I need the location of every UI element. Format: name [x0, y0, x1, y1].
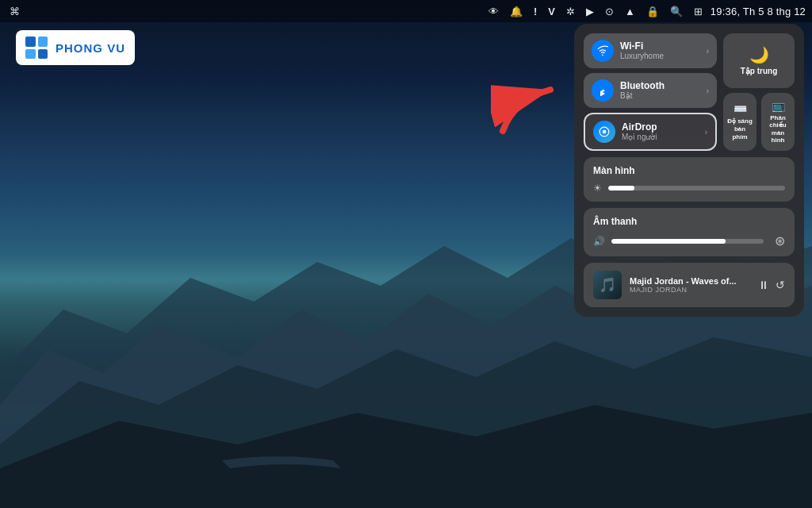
control-center-panel: Wi-Fi Luxuryhome › Bluetooth Bật ›: [574, 24, 804, 317]
wifi-title: Wi-Fi: [620, 40, 664, 52]
music-info: Majid Jordan - Waves of... MAJID JORDAN: [630, 276, 750, 294]
connectivity-section: Wi-Fi Luxuryhome › Bluetooth Bật ›: [584, 33, 795, 151]
pause-button[interactable]: ⏸: [758, 279, 769, 291]
volume-section: Âm thanh 🔊 ⊛: [584, 208, 795, 256]
bluetooth-tile-text: Bluetooth Bật: [620, 80, 665, 101]
wifi-tile-icon: [592, 40, 614, 62]
wifi-subtitle: Luxuryhome: [620, 52, 664, 61]
airplay-icon[interactable]: ⊛: [775, 233, 785, 248]
logo-cell-2: [38, 37, 48, 47]
bluetooth-tile-icon: [592, 79, 614, 102]
camera-icon[interactable]: ⊙: [602, 4, 617, 19]
menubar: ⌘ 👁 🔔 ! V ✲ ▶ ⊙ ▲ 🔒 🔍 ⊞ 19:36, Th 5 8 th…: [0, 0, 812, 22]
phan-chieu-tile[interactable]: 📺 Phân chiếu màn hình: [761, 93, 795, 151]
music-controls: ⏸ ↺: [758, 279, 785, 291]
moon-icon: 🌙: [749, 45, 769, 64]
phong-vu-logo: PHONG VU: [16, 30, 135, 65]
airdrop-title: AirDrop: [622, 121, 657, 133]
wifi-chevron: ›: [707, 47, 709, 56]
music-title: Majid Jordan - Waves of...: [630, 276, 750, 286]
logo-cell-1: [25, 37, 36, 47]
do-sang-tile[interactable]: ⌨️ Độ sáng bàn phím: [723, 93, 756, 151]
volume-fill: [611, 239, 726, 244]
right-tiles: 🌙 Tập trung ⌨️ Độ sáng bàn phím 📺 Phân c…: [723, 33, 795, 151]
now-playing-section: 🎵 Majid Jordan - Waves of... MAJID JORDA…: [584, 263, 795, 307]
menubar-right: 👁 🔔 ! V ✲ ▶ ⊙ ▲ 🔒 🔍 ⊞ 19:36, Th 5 8 thg …: [485, 4, 806, 19]
lock-icon[interactable]: 🔒: [643, 4, 662, 19]
logo-text: PHONG VU: [56, 41, 125, 55]
brightness-fill: [608, 186, 634, 190]
apple-menu[interactable]: ⌘: [6, 4, 23, 19]
v-icon[interactable]: V: [545, 4, 558, 19]
keyboard-icon: ⌨️: [733, 102, 747, 115]
exclamation-icon[interactable]: !: [530, 4, 540, 19]
music-icon[interactable]: ▶: [583, 4, 597, 19]
refresh-button[interactable]: ↺: [776, 279, 785, 291]
bluetooth-icon[interactable]: ✲: [563, 4, 578, 19]
brightness-slider-row: ☀: [593, 183, 785, 194]
svg-point-2: [602, 54, 603, 56]
volume-slider-row: 🔊 ⊛: [593, 233, 785, 248]
tap-trung-tile[interactable]: 🌙 Tập trung: [723, 33, 795, 88]
eye-icon[interactable]: 👁: [485, 4, 502, 19]
bluetooth-title: Bluetooth: [620, 80, 665, 91]
brightness-track[interactable]: [608, 186, 785, 190]
album-art: 🎵: [593, 271, 622, 299]
volume-track[interactable]: [611, 239, 764, 244]
airdrop-tile-icon: [593, 121, 615, 143]
bluetooth-subtitle: Bật: [620, 91, 665, 101]
do-sang-label: Độ sáng bàn phím: [726, 117, 753, 140]
search-icon[interactable]: 🔍: [667, 4, 686, 19]
airdrop-tile-text: AirDrop Mọi người: [622, 121, 657, 142]
notification-icon[interactable]: 🔔: [507, 4, 526, 19]
bottom-right-tiles: ⌨️ Độ sáng bàn phím 📺 Phân chiếu màn hìn…: [723, 93, 795, 151]
brightness-section: Màn hình ☀: [584, 157, 795, 202]
wifi-tile[interactable]: Wi-Fi Luxuryhome ›: [584, 33, 717, 68]
control-center-icon[interactable]: ⊞: [691, 4, 706, 19]
music-artist: MAJID JORDAN: [630, 286, 750, 294]
phan-chieu-label: Phân chiếu màn hình: [764, 114, 791, 144]
logo-cell-3: [25, 49, 36, 60]
menubar-left: ⌘: [6, 4, 23, 19]
bluetooth-tile[interactable]: Bluetooth Bật ›: [584, 73, 717, 108]
svg-point-3: [603, 130, 607, 134]
wifi-tile-text: Wi-Fi Luxuryhome: [620, 40, 664, 61]
wifi-menubar-icon[interactable]: ▲: [622, 4, 638, 19]
tap-trung-label: Tập trung: [741, 67, 778, 76]
network-tiles: Wi-Fi Luxuryhome › Bluetooth Bật ›: [584, 33, 717, 151]
airdrop-tile[interactable]: AirDrop Mọi người ›: [584, 113, 717, 151]
brightness-low-icon: ☀: [593, 183, 602, 194]
volume-label: Âm thanh: [593, 216, 785, 227]
brightness-label: Màn hình: [593, 165, 785, 176]
airdrop-chevron: ›: [705, 128, 707, 137]
logo-grid: [25, 37, 48, 59]
volume-icon: 🔊: [593, 236, 605, 247]
bluetooth-chevron: ›: [707, 87, 709, 95]
mirror-icon: 📺: [772, 99, 785, 112]
menubar-time: 19:36, Th 5 8 thg 12: [710, 6, 806, 17]
airdrop-subtitle: Mọi người: [622, 133, 657, 142]
logo-cell-4: [38, 49, 48, 60]
